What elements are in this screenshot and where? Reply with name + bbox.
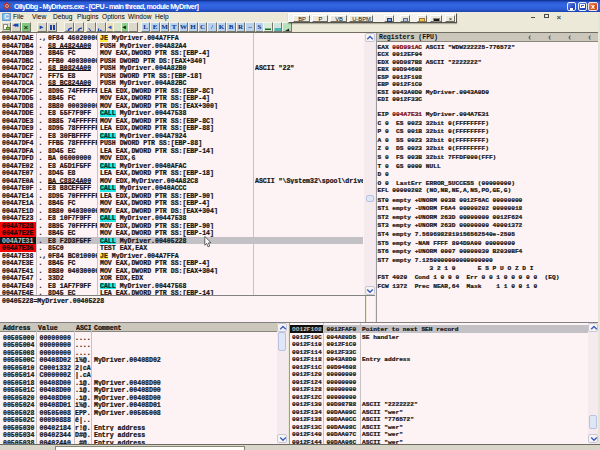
svg-text:C: C <box>4 13 9 20</box>
